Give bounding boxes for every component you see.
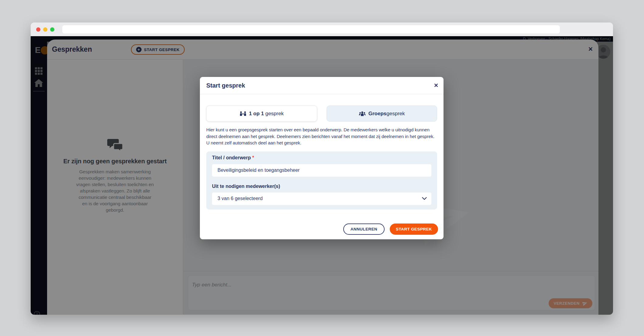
conversation-type-tabs: 1 op 1 gesprek (206, 106, 437, 122)
title-field[interactable] (212, 164, 431, 177)
minimize-traffic-light-icon[interactable] (43, 27, 47, 32)
window-controls (36, 27, 54, 32)
modal-footer: ANNULEREN START GESPREK (343, 223, 438, 235)
modal-description: Hier kunt u een groepsgesprek starten ov… (206, 126, 437, 146)
modal-title: Start gesprek (206, 82, 245, 89)
invite-select-value: 3 van 6 geselecteerd (218, 196, 263, 201)
address-bar[interactable] (62, 25, 560, 33)
browser-chrome (31, 23, 613, 36)
app-viewport: D. Verhoeven - Schaefer-Hagenes (Maatsch… (31, 36, 613, 315)
one-on-one-icon (240, 111, 246, 116)
title-field-label: Titel / onderwerp * (212, 155, 431, 161)
browser-window: D. Verhoeven - Schaefer-Hagenes (Maatsch… (31, 23, 613, 315)
invite-field-label: Uit te nodigen medewerker(s) (212, 184, 431, 189)
start-gesprek-modal: Start gesprek ✕ (200, 77, 444, 239)
chevron-down-icon (422, 197, 427, 200)
close-traffic-light-icon[interactable] (36, 27, 40, 32)
start-gesprek-submit-button[interactable]: START GESPREK (390, 223, 438, 235)
cancel-button[interactable]: ANNULEREN (343, 223, 385, 235)
modal-content: 1 op 1 gesprek (200, 106, 444, 210)
group-conversation-form: Titel / onderwerp * Uit te nodigen medew… (206, 151, 437, 210)
invite-select[interactable]: 3 van 6 geselecteerd (212, 192, 431, 205)
modal-header: Start gesprek ✕ (200, 77, 444, 94)
group-icon (359, 111, 366, 116)
required-asterisk: * (252, 155, 254, 160)
tab-groepsgesprek[interactable]: Groepsgesprek (327, 106, 437, 122)
tab-1-op-1-gesprek[interactable]: 1 op 1 gesprek (206, 106, 317, 122)
tab-label: 1 op 1 gesprek (249, 111, 284, 117)
tab-label: Groepsgesprek (368, 111, 405, 117)
zoom-traffic-light-icon[interactable] (50, 27, 54, 32)
modal-close-icon[interactable]: ✕ (434, 82, 438, 89)
